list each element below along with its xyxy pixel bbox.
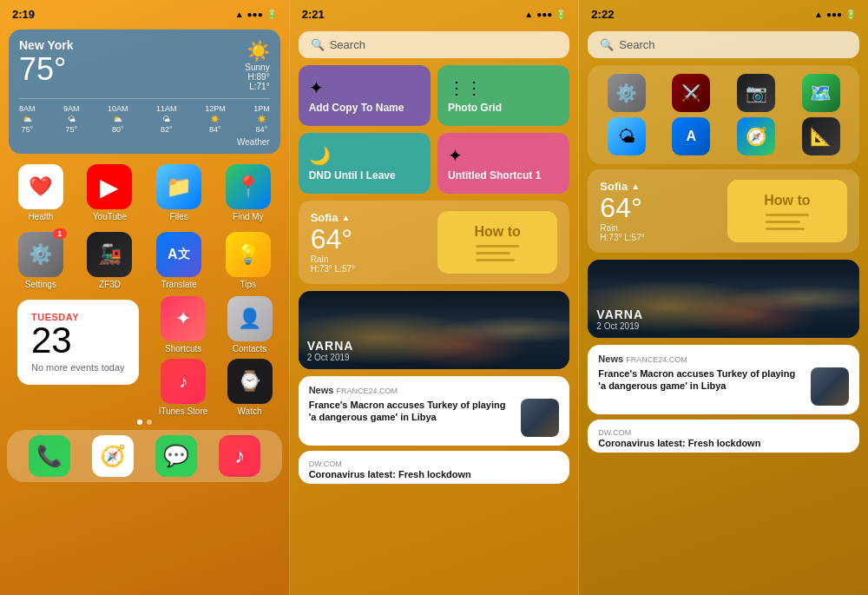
news-source-3-1: News FRANCE24.COM (598, 354, 849, 364)
app-shortcuts[interactable]: ✦ Shortcuts (153, 296, 214, 354)
app-grid-row2: ⚙️ 1 Settings 🚂 ZF3D A文 Translate 💡 Tips (0, 227, 289, 294)
app-tips[interactable]: 💡 Tips (216, 232, 280, 289)
battery-icon-3: 🔋 (845, 10, 856, 19)
dock-music[interactable]: ♪ (219, 435, 260, 477)
weather-right-1: ☀️ Sunny H:89° L:71° (245, 40, 269, 91)
p3-app-game[interactable]: ⚔️ (672, 74, 710, 112)
dot-1 (137, 420, 142, 425)
mini-weather-3[interactable]: Sofia ▲ 64° Rain H:73° L:57° How to (588, 169, 859, 253)
news-varna-3: VARNA (596, 307, 643, 321)
location-arrow-2: ▲ (341, 213, 350, 222)
p3-app-camera[interactable]: 📷 (737, 74, 775, 112)
app-itunes[interactable]: ♪ iTunes Store (153, 359, 214, 416)
mw-left-3: Sofia ▲ 64° Rain H:73° L:57° (600, 180, 720, 242)
mw-desc-3: Rain H:73° L:57° (600, 223, 720, 242)
shortcut-untitled[interactable]: ✦ Untitled Shortcut 1 (437, 133, 569, 194)
app-translate[interactable]: A文 Translate (147, 232, 211, 289)
news-image-3: VARNA 2 Oct 2019 (588, 260, 859, 338)
howto-widget-2[interactable]: How to (437, 211, 557, 274)
news-src-sub-3-1: FRANCE24.COM (626, 355, 687, 364)
news-row-3-1: France's Macron accuses Turkey of playin… (598, 367, 849, 406)
search-bar-2[interactable]: 🔍 Search (299, 31, 570, 58)
signal-icon-1: ●●● (247, 10, 263, 19)
right-apps-col: ✦ Shortcuts ♪ iTunes Store (153, 294, 214, 416)
p3-app-weather[interactable]: 🌤 (608, 117, 646, 155)
weather-widget-1[interactable]: New York 75° ☀️ Sunny H:89° L:71° 8AM⛅75… (9, 30, 280, 154)
howto-label-2: How to (475, 224, 521, 240)
news-card-3-1[interactable]: News FRANCE24.COM France's Macron accuse… (588, 345, 859, 414)
mw-left-2: Sofia ▲ 64° Rain H:73° L:57° (311, 211, 431, 274)
news-card-3-2[interactable]: DW.COM Coronavirus latest: Fresh lockdow… (588, 420, 859, 453)
search-bar-3[interactable]: 🔍 Search (588, 31, 859, 58)
app-contacts-label: Contacts (233, 344, 266, 354)
apps-grid-p3: ⚙️ ⚔️ 📷 🗺️ 🌤 A 🧭 📐 (588, 65, 859, 164)
search-icon-3: 🔍 (600, 38, 614, 51)
app-zf3d-label: ZF3D (99, 280, 121, 289)
signal-icon-2: ●●● (536, 10, 552, 19)
cal-events: No more events today (31, 362, 125, 373)
shortcut-dnd[interactable]: 🌙 DND Until I Leave (299, 133, 431, 194)
howto-line-3-3 (766, 228, 805, 230)
right-apps-col2: 👤 Contacts ⌚ Watch (219, 294, 279, 416)
shortcut-photo-label: Photo Grid (448, 102, 559, 114)
p3-app-ruler[interactable]: 📐 (802, 117, 840, 155)
app-findmy[interactable]: 📍 Find My (216, 164, 280, 221)
dock-safari[interactable]: 🧭 (92, 435, 134, 477)
news-src-sub-2-2: DW.COM (309, 459, 560, 468)
howto-label-3: How to (764, 193, 810, 208)
news-varna-2: VARNA (307, 339, 354, 353)
app-youtube-label: YouTube (93, 212, 127, 221)
news-card-2-1[interactable]: News FRANCE24.COM France's Macron accuse… (299, 376, 570, 446)
app-watch[interactable]: ⌚ Watch (219, 359, 279, 416)
mw-city-3: Sofia ▲ (600, 180, 720, 193)
news-card-2-2[interactable]: DW.COM Coronavirus latest: Fresh lockdow… (299, 451, 570, 484)
howto-line-1 (476, 245, 519, 248)
app-zf3d[interactable]: 🚂 ZF3D (78, 232, 142, 289)
sun-icon: ☀️ (245, 40, 269, 63)
app-health[interactable]: ❤️ Health (9, 164, 73, 221)
app-shortcuts-label: Shortcuts (165, 344, 201, 354)
app-translate-label: Translate (161, 280, 197, 289)
p3-app-settings[interactable]: ⚙️ (608, 74, 646, 112)
panel-1-homescreen: 2:19 ▲ ●●● 🔋 New York 75° ☀️ Sunny H:89°… (0, 0, 289, 595)
panel-3-apps: 2:22 ▲ ●●● 🔋 🔍 Search ⚙️ ⚔️ 📷 🗺️ 🌤 A 🧭 📐… (579, 0, 868, 595)
app-files[interactable]: 📁 Files (147, 164, 211, 221)
shortcut-photo-grid[interactable]: ⋮⋮ Photo Grid (437, 65, 569, 126)
shortcut-dnd-label: DND Until I Leave (309, 169, 420, 182)
news-src-sub-2-1: FRANCE24.COM (336, 387, 398, 395)
shortcut-add-copy[interactable]: ✦ Add Copy To Name (299, 65, 431, 126)
howto-widget-3[interactable]: How to (727, 180, 847, 242)
status-icons-2: ▲ ●●● 🔋 (524, 10, 566, 19)
weather-high-1: H:89° (245, 72, 269, 82)
howto-line-3-1 (766, 214, 809, 216)
p3-app-safari[interactable]: 🧭 (737, 117, 775, 155)
cal-date: 23 (31, 322, 125, 359)
dock-1: 📞 🧭 💬 ♪ (7, 430, 282, 482)
mini-weather-2[interactable]: Sofia ▲ 64° Rain H:73° L:57° How to (299, 201, 570, 284)
news-headline-3-1: France's Macron accuses Turkey of playin… (598, 367, 804, 393)
mw-city-2: Sofia ▲ (311, 211, 431, 224)
app-tips-label: Tips (240, 280, 257, 289)
dock-phone[interactable]: 📞 (29, 435, 70, 477)
app-watch-label: Watch (238, 407, 262, 416)
dock-messages[interactable]: 💬 (155, 435, 197, 477)
news-src-sub-3-2: DW.COM (598, 428, 849, 437)
app-findmy-label: Find My (233, 212, 264, 221)
signal-icon-3: ●●● (826, 10, 842, 19)
weather-city-1: New York (19, 38, 74, 52)
status-bar-3: 2:22 ▲ ●●● 🔋 (579, 0, 868, 24)
location-arrow-3: ▲ (631, 182, 640, 191)
dot-2 (147, 420, 152, 425)
search-label-3: Search (619, 38, 654, 51)
shortcut-untitled-icon: ✦ (448, 145, 559, 166)
app-youtube[interactable]: ▶ YouTube 17 (78, 164, 142, 221)
news-date-2: 2 Oct 2019 (307, 353, 354, 362)
app-settings-label: Settings (25, 280, 56, 289)
weather-label-1: Weather (19, 137, 270, 147)
news-thumb-2-1 (521, 399, 559, 437)
p3-app-appstore[interactable]: A (672, 117, 710, 155)
calendar-widget[interactable]: Tuesday 23 No more events today (17, 300, 139, 385)
app-contacts[interactable]: 👤 Contacts (219, 296, 279, 354)
app-settings[interactable]: ⚙️ 1 Settings (9, 232, 73, 289)
p3-app-maps[interactable]: 🗺️ (802, 74, 840, 112)
